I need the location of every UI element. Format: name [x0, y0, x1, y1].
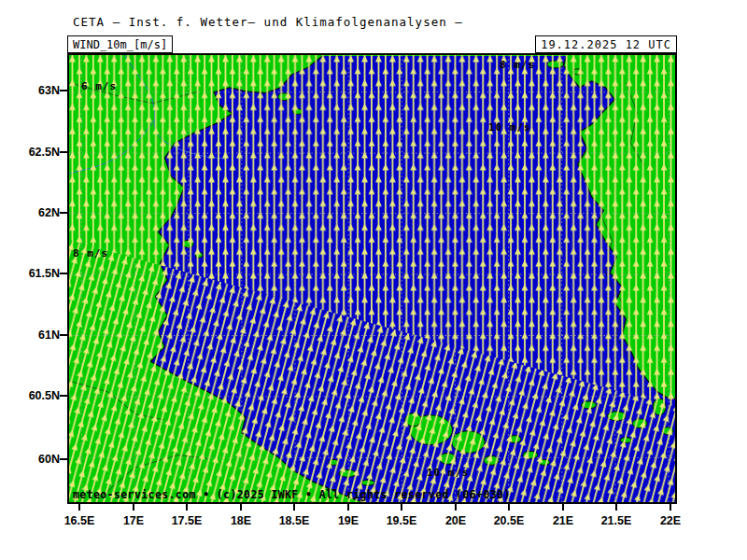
lon-tick-17e: [133, 504, 134, 511]
lat-tick-62-5n: [60, 151, 67, 153]
lat-label-63n: 63N: [17, 84, 60, 97]
lat-tick-62n: [60, 212, 67, 214]
speed-label-8ms-north: 8 m/s: [500, 59, 535, 71]
lon-label-19-5e: 19.5E: [380, 514, 423, 527]
datetime-box: 19.12.2025 12 UTC: [535, 35, 677, 53]
lon-label-17-5e: 17.5E: [165, 514, 208, 527]
speed-label-6ms: 6 m/s: [81, 80, 117, 92]
lon-tick-20-5e: [508, 504, 510, 511]
lon-tick-22e: [669, 504, 671, 511]
lat-label-61-5n: 61.5N: [17, 267, 60, 280]
weather-map-page: CETA — Inst. f. Wetter— und Klimafolgena…: [0, 0, 747, 560]
lon-label-22e: 22E: [649, 514, 692, 527]
lat-label-60n: 60N: [17, 453, 60, 466]
lon-tick-21-5e: [615, 504, 617, 511]
lon-tick-20e: [455, 504, 457, 511]
institute-title: CETA — Inst. f. Wetter— und Klimafolgena…: [73, 15, 463, 29]
lon-tick-18e: [240, 504, 242, 511]
copyright-text: meteo-services.com • (c)2025 IWKF • All …: [73, 488, 511, 501]
speed-label-10ms-center: 10 m/s: [488, 121, 531, 133]
lon-label-19e: 19E: [327, 514, 370, 527]
lat-tick-60n: [60, 458, 67, 460]
parameter-box: WIND_10m_[m/s]: [67, 35, 173, 53]
speed-label-10ms-south: 10 m/s: [427, 467, 470, 479]
lon-label-20e: 20E: [434, 514, 477, 527]
wind-field-map: [69, 55, 675, 502]
lon-tick-17-5e: [186, 504, 188, 511]
lon-tick-19-5e: [401, 504, 402, 511]
lon-tick-21e: [562, 504, 564, 511]
lon-label-18e: 18E: [219, 514, 262, 527]
lat-label-61n: 61N: [17, 329, 60, 342]
lon-label-21-5e: 21.5E: [595, 514, 638, 527]
lat-tick-60-5n: [60, 395, 67, 397]
lon-tick-18-5e: [293, 504, 295, 511]
lon-label-21e: 21E: [542, 514, 585, 527]
lon-tick-19e: [347, 504, 349, 511]
lon-tick-16-5e: [78, 504, 80, 511]
lat-tick-61n: [60, 334, 67, 336]
lon-label-17e: 17E: [112, 514, 155, 527]
lat-tick-63n: [60, 90, 67, 91]
map-plot-area: 6 m/s 8 m/s 8 m/s 10 m/s 10 m/s meteo-se…: [67, 53, 677, 504]
lon-label-18-5e: 18.5E: [273, 514, 316, 527]
lon-label-16-5e: 16.5E: [58, 514, 101, 527]
lat-label-60-5n: 60.5N: [17, 389, 60, 402]
lon-label-20-5e: 20.5E: [487, 514, 530, 527]
wind-arrows: [69, 55, 675, 502]
lat-tick-61-5n: [60, 273, 67, 274]
lat-label-62n: 62N: [17, 206, 60, 219]
lat-label-62-5n: 62.5N: [17, 146, 60, 159]
speed-label-8ms-west: 8 m/s: [73, 247, 108, 259]
